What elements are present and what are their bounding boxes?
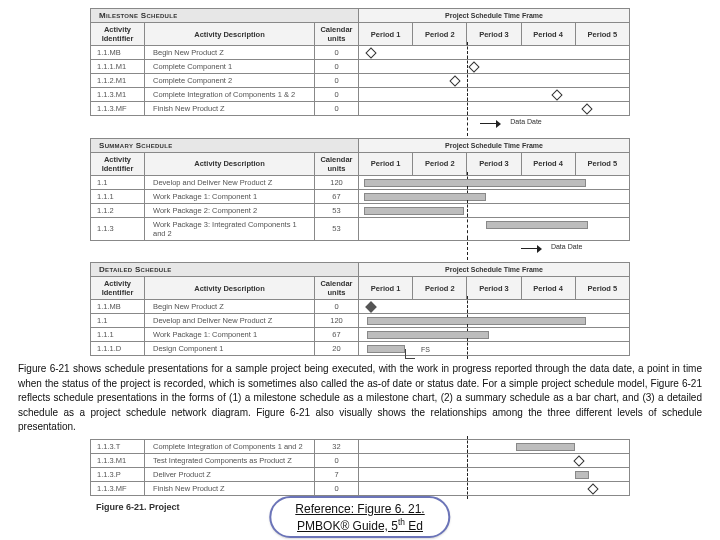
cell-id: 1.1.2.M1 — [91, 74, 145, 88]
milestone-diamond-icon — [365, 47, 376, 58]
table-row: 1.1.1Work Package 1: Component 167 — [91, 189, 630, 203]
cell-desc: Develop and Deliver New Product Z — [145, 314, 315, 328]
col-period: Period 5 — [575, 277, 629, 300]
table-row: 1.1.MBBegin New Product Z0 — [91, 46, 630, 60]
cell-desc: Test Integrated Components as Product Z — [145, 453, 315, 467]
cell-id: 1.1.3.MF — [91, 481, 145, 495]
table-row: 1.1.3.MFFinish New Product Z0 — [91, 481, 630, 495]
cell-units: 120 — [315, 314, 359, 328]
cell-gantt — [359, 314, 630, 328]
col-period: Period 5 — [575, 23, 629, 46]
table-row: 1.1.3.M1Complete Integration of Componen… — [91, 88, 630, 102]
cell-units: 120 — [315, 175, 359, 189]
col-period: Period 2 — [413, 152, 467, 175]
table-row: 1.1.MBBegin New Product Z0 — [91, 300, 630, 314]
cell-units: 0 — [315, 88, 359, 102]
cell-desc: Begin New Product Z — [145, 46, 315, 60]
cell-gantt — [359, 300, 630, 314]
cell-desc: Finish New Product Z — [145, 102, 315, 116]
milestone-diamond-icon — [552, 89, 563, 100]
cell-units: 0 — [315, 74, 359, 88]
table-row: 1.1.3.PDeliver Product Z7 — [91, 467, 630, 481]
gantt-bar — [486, 221, 589, 229]
table-row: 1.1.3.MFFinish New Product Z0 — [91, 102, 630, 116]
cell-id: 1.1.1.D — [91, 342, 145, 356]
cell-gantt — [359, 453, 630, 467]
reference-line2a: PMBOK® Guide, 5 — [297, 519, 398, 533]
cell-desc: Work Package 2: Component 2 — [145, 203, 315, 217]
col-activity-desc: Activity Description — [145, 277, 315, 300]
summary-title: Summary Schedule — [91, 138, 359, 152]
cell-units: 53 — [315, 203, 359, 217]
milestone-diamond-icon — [581, 103, 592, 114]
data-date-label: Data Date — [510, 118, 542, 125]
cell-units: 0 — [315, 453, 359, 467]
dependency-link-icon — [405, 349, 415, 359]
cell-id: 1.1.3 — [91, 217, 145, 240]
col-activity-id: Activity Identifier — [91, 277, 145, 300]
cell-desc: Complete Integration of Components 1 & 2 — [145, 88, 315, 102]
cell-desc: Design Component 1 — [145, 342, 315, 356]
table-row: 1.1.1.M1Complete Component 10 — [91, 60, 630, 74]
col-period: Period 4 — [521, 23, 575, 46]
cell-gantt — [359, 481, 630, 495]
cell-units: 20 — [315, 342, 359, 356]
cell-id: 1.1.2 — [91, 203, 145, 217]
cell-id: 1.1.3.T — [91, 439, 145, 453]
milestone-title: Milestone Schedule — [91, 9, 359, 23]
milestone-diamond-icon — [365, 301, 376, 312]
cell-units: 0 — [315, 60, 359, 74]
figure-caption-text: Figure 6-21 shows schedule presentations… — [18, 362, 702, 435]
col-period: Period 1 — [359, 23, 413, 46]
cell-units: 0 — [315, 300, 359, 314]
col-period: Period 2 — [413, 23, 467, 46]
cell-units: 67 — [315, 328, 359, 342]
table-row: 1.1Develop and Deliver New Product Z120 — [91, 314, 630, 328]
col-period: Period 1 — [359, 277, 413, 300]
milestone-diamond-icon — [449, 75, 460, 86]
cell-gantt — [359, 189, 630, 203]
cell-id: 1.1 — [91, 314, 145, 328]
table-row: 1.1.1Work Package 1: Component 167 — [91, 328, 630, 342]
cell-gantt — [359, 217, 630, 240]
cell-gantt — [359, 102, 630, 116]
detailed-table-bottom: 1.1.3.TComplete Integration of Component… — [90, 439, 630, 496]
cell-desc: Finish New Product Z — [145, 481, 315, 495]
cell-id: 1.1 — [91, 175, 145, 189]
gantt-bar — [367, 345, 405, 353]
table-row: 1.1.2.M1Complete Component 20 — [91, 74, 630, 88]
cell-gantt — [359, 46, 630, 60]
milestone-diamond-icon — [573, 455, 584, 466]
cell-desc: Complete Integration of Components 1 and… — [145, 439, 315, 453]
gantt-bar — [364, 207, 464, 215]
col-period: Period 4 — [521, 277, 575, 300]
cell-gantt — [359, 439, 630, 453]
col-activity-desc: Activity Description — [145, 23, 315, 46]
cell-id: 1.1.3.MF — [91, 102, 145, 116]
timeframe-header: Project Schedule Time Frame — [359, 9, 630, 23]
cell-units: 67 — [315, 189, 359, 203]
data-date-label: Data Date — [551, 243, 583, 250]
table-row: 1.1.3.TComplete Integration of Component… — [91, 439, 630, 453]
cell-desc: Deliver Product Z — [145, 467, 315, 481]
cell-desc: Develop and Deliver New Product Z — [145, 175, 315, 189]
fs-label: FS — [421, 346, 430, 353]
col-cal-units: Calendar units — [315, 23, 359, 46]
table-row: 1.1.1.DDesign Component 120FS — [91, 342, 630, 356]
col-activity-id: Activity Identifier — [91, 23, 145, 46]
cell-gantt — [359, 88, 630, 102]
cell-desc: Work Package 3: Integrated Components 1 … — [145, 217, 315, 240]
cell-desc: Work Package 1: Component 1 — [145, 189, 315, 203]
cell-id: 1.1.3.M1 — [91, 88, 145, 102]
milestone-diamond-icon — [468, 61, 479, 72]
cell-gantt — [359, 328, 630, 342]
cell-units: 7 — [315, 467, 359, 481]
cell-id: 1.1.MB — [91, 46, 145, 60]
gantt-bar — [364, 179, 585, 187]
col-period: Period 4 — [521, 152, 575, 175]
table-row: 1.1.3.M1Test Integrated Components as Pr… — [91, 453, 630, 467]
table-row: 1.1.2Work Package 2: Component 253 — [91, 203, 630, 217]
col-period: Period 3 — [467, 23, 521, 46]
table-row: 1.1Develop and Deliver New Product Z120 — [91, 175, 630, 189]
gantt-bar — [516, 443, 575, 451]
